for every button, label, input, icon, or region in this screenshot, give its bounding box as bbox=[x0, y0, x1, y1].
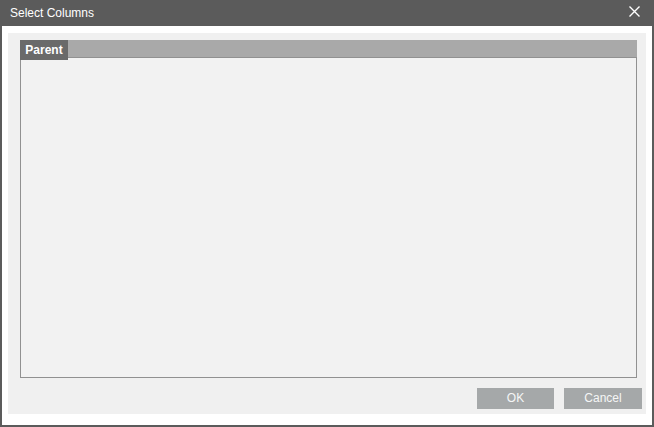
close-icon bbox=[628, 5, 641, 21]
cancel-button[interactable]: Cancel bbox=[564, 388, 642, 409]
tab-parent[interactable]: Parent bbox=[20, 40, 68, 60]
dialog-title: Select Columns bbox=[10, 0, 94, 26]
close-button[interactable] bbox=[622, 3, 646, 23]
tab-strip bbox=[20, 40, 637, 57]
select-columns-dialog: Select Columns Parent Type filter : Type… bbox=[0, 0, 654, 427]
title-bar: Select Columns bbox=[0, 0, 654, 26]
ok-button[interactable]: OK bbox=[477, 388, 554, 409]
tab-page bbox=[20, 57, 637, 378]
